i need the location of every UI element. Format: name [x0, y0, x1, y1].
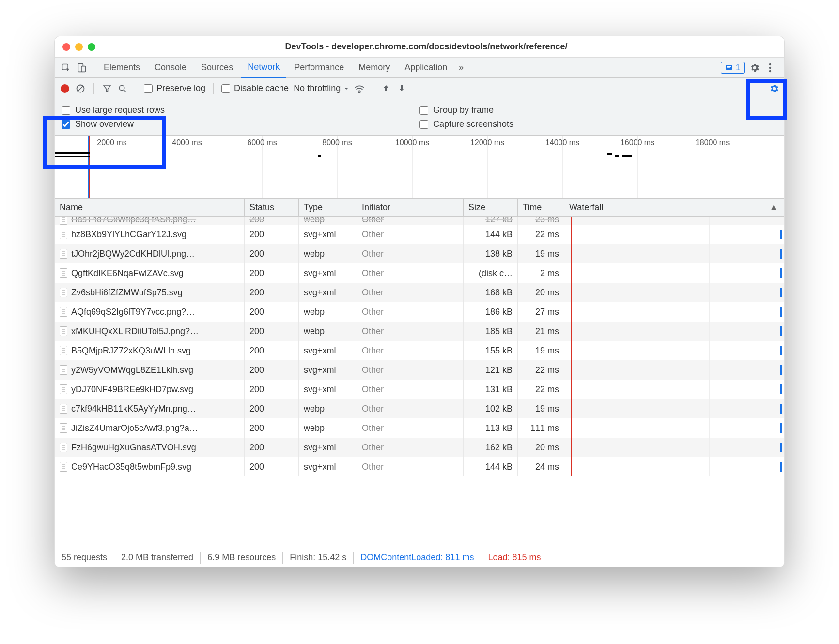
table-row[interactable]: y2W5yVOMWqgL8ZE1Lklh.svg200svg+xmlOther1… — [55, 360, 784, 380]
request-size: 113 kB — [464, 418, 518, 438]
table-row[interactable]: tJOhr2jBQWy2CdKHDlUl.png…200webpOther138… — [55, 244, 784, 263]
request-time: 24 ms — [518, 457, 564, 476]
request-status: 200 — [245, 263, 299, 283]
filter-icon[interactable] — [102, 83, 112, 94]
show-overview-checkbox[interactable] — [62, 120, 70, 129]
request-size: 138 kB — [464, 244, 518, 263]
table-row[interactable]: AQfq69qS2Ig6lT9Y7vcc.png?…200webpOther18… — [55, 302, 784, 322]
request-size: 131 kB — [464, 380, 518, 399]
search-icon[interactable] — [117, 83, 128, 94]
request-name: AQfq69qS2Ig6lT9Y7vcc.png?… — [71, 307, 239, 317]
maximize-window-button[interactable] — [88, 43, 95, 51]
request-type: webp — [299, 322, 357, 341]
request-initiator: Other — [357, 225, 464, 244]
svg-point-4 — [769, 63, 771, 65]
titlebar: DevTools - developer.chrome.com/docs/dev… — [55, 36, 784, 58]
large-rows-checkbox[interactable] — [62, 106, 70, 115]
request-time: 19 ms — [518, 399, 564, 418]
table-row[interactable]: JiZisZ4UmarOjo5cAwf3.png?a…200webpOther1… — [55, 418, 784, 438]
table-row[interactable]: QgftKdIKE6NqaFwlZAVc.svg200svg+xmlOther(… — [55, 263, 784, 283]
svg-point-6 — [769, 70, 771, 72]
close-window-button[interactable] — [62, 43, 70, 51]
tab-network[interactable]: Network — [241, 58, 286, 78]
col-initiator[interactable]: Initiator — [357, 199, 464, 216]
request-initiator: Other — [357, 399, 464, 418]
table-row[interactable]: HasThd7GxWfipc3q fASh.png… 200 webp Othe… — [55, 217, 784, 225]
request-name: xMKUHQxXLiRDiiUTol5J.png?… — [71, 326, 239, 337]
issues-badge[interactable]: 1 — [721, 62, 745, 74]
tab-application[interactable]: Application — [398, 58, 454, 78]
table-row[interactable]: xMKUHQxXLiRDiiUTol5J.png?…200webpOther18… — [55, 322, 784, 341]
tick: 10000 ms — [395, 138, 429, 147]
table-row[interactable]: c7kf94kHB11kK5AyYyMn.png…200webpOther102… — [55, 399, 784, 418]
request-status: 200 — [245, 322, 299, 341]
col-status[interactable]: Status — [245, 199, 299, 216]
request-name: B5QMjpRJZ72xKQ3uWLlh.svg — [71, 346, 239, 356]
tab-console[interactable]: Console — [148, 58, 193, 78]
record-button[interactable] — [60, 83, 70, 94]
col-name[interactable]: Name — [55, 199, 245, 216]
tabs-overflow[interactable]: » — [455, 58, 467, 78]
request-name: QgftKdIKE6NqaFwlZAVc.svg — [71, 268, 239, 278]
request-name: FzH6gwuHgXuGnasATVOH.svg — [71, 443, 239, 453]
tab-memory[interactable]: Memory — [352, 58, 397, 78]
request-name: c7kf94kHB11kK5AyYyMn.png… — [71, 404, 239, 414]
network-table-body: HasThd7GxWfipc3q fASh.png… 200 webp Othe… — [55, 217, 784, 548]
group-by-frame-checkbox[interactable] — [420, 106, 428, 115]
request-size: 168 kB — [464, 283, 518, 302]
col-type[interactable]: Type — [299, 199, 357, 216]
preserve-log-checkbox[interactable]: Preserve log — [144, 83, 205, 93]
inspect-icon[interactable] — [59, 61, 73, 75]
file-icon — [60, 365, 67, 375]
tab-performance[interactable]: Performance — [287, 58, 351, 78]
table-row[interactable]: B5QMjpRJZ72xKQ3uWLlh.svg200svg+xmlOther1… — [55, 341, 784, 360]
request-initiator: Other — [357, 380, 464, 399]
file-icon — [60, 346, 67, 355]
preserve-log-input[interactable] — [144, 84, 153, 93]
disable-cache-input[interactable] — [221, 84, 230, 93]
request-waterfall — [564, 302, 784, 322]
settings-gear-icon[interactable] — [749, 62, 760, 73]
col-waterfall[interactable]: Waterfall ▲ — [564, 199, 784, 216]
disable-cache-checkbox[interactable]: Disable cache — [221, 83, 289, 93]
clear-icon[interactable] — [75, 83, 86, 94]
screenshots-checkbox[interactable] — [420, 120, 428, 129]
tab-sources[interactable]: Sources — [194, 58, 240, 78]
table-row[interactable]: hz8BXb9YlYLhCGarY12J.svg200svg+xmlOther1… — [55, 225, 784, 244]
device-toggle-icon[interactable] — [74, 61, 89, 75]
request-waterfall — [564, 244, 784, 263]
group-by-frame-label: Group by frame — [433, 105, 494, 115]
request-type: webp — [299, 418, 357, 438]
download-har-icon[interactable] — [396, 83, 407, 94]
divider — [373, 83, 373, 94]
kebab-menu-icon[interactable] — [765, 62, 776, 73]
tab-elements[interactable]: Elements — [97, 58, 147, 78]
sb-transferred: 2.0 MB transferred — [114, 552, 201, 564]
svg-point-11 — [359, 92, 360, 92]
file-icon — [60, 217, 67, 225]
overview-timeline[interactable]: 2000 ms 4000 ms 6000 ms 8000 ms 10000 ms… — [55, 136, 784, 199]
table-row[interactable]: Zv6sbHi6fZfZMWufSp75.svg200svg+xmlOther1… — [55, 283, 784, 302]
divider — [93, 83, 94, 94]
network-settings-gear-icon[interactable] — [769, 83, 779, 94]
request-type: webp — [299, 302, 357, 322]
minimize-window-button[interactable] — [75, 43, 83, 51]
request-size: 186 kB — [464, 302, 518, 322]
table-row[interactable]: yDJ70NF49BREe9kHD7pw.svg200svg+xmlOther1… — [55, 380, 784, 399]
request-time: 21 ms — [518, 322, 564, 341]
request-type: svg+xml — [299, 380, 357, 399]
network-conditions-icon[interactable] — [354, 83, 365, 94]
preserve-log-label: Preserve log — [156, 83, 205, 93]
table-row[interactable]: Ce9YHacO35q8t5wbmFp9.svg200svg+xmlOther1… — [55, 457, 784, 476]
file-icon — [60, 423, 67, 433]
request-status: 200 — [245, 380, 299, 399]
col-size[interactable]: Size — [464, 199, 518, 216]
request-name: JiZisZ4UmarOjo5cAwf3.png?a… — [71, 423, 239, 433]
throttling-select[interactable]: No throttling — [294, 83, 349, 93]
request-size: 155 kB — [464, 341, 518, 360]
upload-har-icon[interactable] — [381, 83, 391, 94]
col-time[interactable]: Time — [518, 199, 564, 216]
request-type: svg+xml — [299, 225, 357, 244]
request-initiator: Other — [357, 360, 464, 380]
table-row[interactable]: FzH6gwuHgXuGnasATVOH.svg200svg+xmlOther1… — [55, 438, 784, 457]
